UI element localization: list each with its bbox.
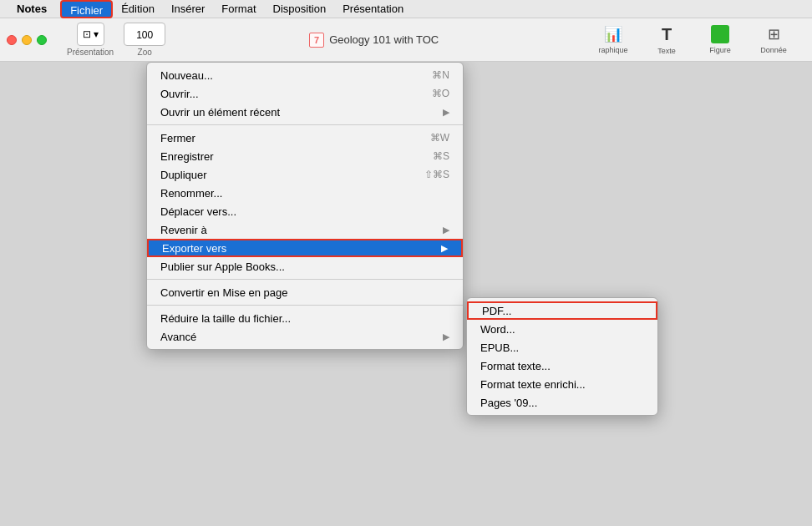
exporter-submenu[interactable]: PDF... Word... EPUB... Format texte... F… bbox=[466, 297, 658, 416]
data-icon: ⊞ bbox=[768, 25, 780, 43]
separator-3 bbox=[147, 305, 463, 306]
text-label: Texte bbox=[657, 47, 676, 55]
doc-title: Geology 101 with TOC bbox=[329, 33, 439, 46]
menu-label-epub: EPUB... bbox=[480, 341, 519, 354]
menu-item-reduire[interactable]: Réduire la taille du fichier... bbox=[147, 309, 463, 327]
arrow-ouvrir-recent: ▶ bbox=[443, 107, 449, 118]
arrow-avance: ▶ bbox=[443, 331, 449, 342]
minimize-button[interactable] bbox=[22, 35, 32, 45]
app-name: Notes bbox=[17, 3, 47, 15]
menu-shortcut-enregistrer: ⌘S bbox=[433, 150, 449, 162]
menu-shortcut-dupliquer: ⇧⌘S bbox=[424, 169, 449, 180]
menu-label-pdf: PDF... bbox=[482, 305, 511, 317]
view-button[interactable]: ⊡ ▾ bbox=[77, 23, 104, 46]
view-button-col: ⊡ ▾ Présentation bbox=[67, 23, 114, 57]
menu-item-ouvrir-recent[interactable]: Ouvrir un élément récent ▶ bbox=[147, 103, 463, 121]
menu-item-format-texte-enrichi[interactable]: Format texte enrichi... bbox=[467, 375, 657, 393]
menu-item-format-texte[interactable]: Format texte... bbox=[467, 357, 657, 375]
menu-label-revenir: Revenir à bbox=[160, 224, 207, 236]
menubar-edition[interactable]: Édition bbox=[113, 0, 163, 18]
figure-button[interactable]: Figure bbox=[695, 21, 745, 59]
data-label: Donnée bbox=[760, 46, 787, 54]
menu-label-deplacer: Déplacer vers... bbox=[160, 205, 236, 218]
close-button[interactable] bbox=[7, 35, 17, 45]
view-icon: ⊡ bbox=[83, 28, 91, 40]
chart-icon: 📊 bbox=[604, 25, 622, 43]
separator-1 bbox=[147, 124, 463, 125]
menu-label-nouveau: Nouveau... bbox=[160, 69, 213, 82]
menu-label-publier: Publier sur Apple Books... bbox=[160, 260, 285, 273]
menu-item-nouveau[interactable]: Nouveau... ⌘N bbox=[147, 66, 463, 84]
menu-item-ouvrir[interactable]: Ouvrir... ⌘O bbox=[147, 84, 463, 103]
menubar-format[interactable]: Format bbox=[213, 0, 264, 18]
menu-label-reduire: Réduire la taille du fichier... bbox=[160, 312, 291, 325]
main-content: Nouveau... ⌘N Ouvrir... ⌘O Ouvrir un élé… bbox=[0, 62, 812, 526]
menubar-fichier[interactable]: Fichier bbox=[60, 0, 113, 18]
menu-label-word: Word... bbox=[480, 323, 515, 336]
menu-label-fermer: Fermer bbox=[160, 132, 195, 144]
figure-label: Figure bbox=[709, 46, 731, 54]
zoom-col: 100 Zoo bbox=[124, 23, 165, 57]
menu-item-convertir[interactable]: Convertir en Mise en page bbox=[147, 283, 463, 301]
menu-item-avance[interactable]: Avancé ▶ bbox=[147, 327, 463, 346]
menu-item-word[interactable]: Word... bbox=[467, 320, 657, 338]
menu-item-exporter[interactable]: Exporter vers ▶ bbox=[147, 239, 463, 257]
chart-button[interactable]: 📊 raphique bbox=[588, 21, 638, 59]
menubar-presentation[interactable]: Présentation bbox=[334, 0, 412, 18]
menu-label-ouvrir-recent: Ouvrir un élément récent bbox=[160, 106, 280, 119]
menu-label-avance: Avancé bbox=[160, 331, 196, 343]
traffic-lights bbox=[7, 35, 47, 45]
separator-2 bbox=[147, 279, 463, 280]
menu-label-exporter: Exporter vers bbox=[162, 242, 226, 255]
menu-label-dupliquer: Dupliquer bbox=[160, 169, 207, 181]
view-label: Présentation bbox=[67, 48, 114, 57]
doc-icon: 7 bbox=[309, 33, 324, 48]
menu-label-format-texte: Format texte... bbox=[480, 360, 551, 372]
maximize-button[interactable] bbox=[37, 35, 47, 45]
menu-item-revenir[interactable]: Revenir à ▶ bbox=[147, 220, 463, 239]
figure-icon bbox=[711, 25, 729, 43]
zoom-value[interactable]: 100 bbox=[124, 23, 165, 46]
text-button[interactable]: T Texte bbox=[642, 21, 692, 59]
arrow-revenir: ▶ bbox=[443, 225, 449, 235]
menu-item-publier[interactable]: Publier sur Apple Books... bbox=[147, 257, 463, 276]
menu-label-format-texte-enrichi: Format texte enrichi... bbox=[480, 378, 586, 391]
chart-label: raphique bbox=[598, 46, 627, 54]
menu-item-pages09[interactable]: Pages '09... bbox=[467, 393, 657, 412]
zoom-label: Zoo bbox=[138, 48, 152, 57]
menu-item-renommer[interactable]: Renommer... bbox=[147, 184, 463, 202]
menu-item-pdf[interactable]: PDF... bbox=[467, 301, 657, 320]
combined-toolbar: ⊡ ▾ Présentation 100 Zoo 7 Geology 101 w… bbox=[0, 18, 812, 62]
chevron-down-icon: ▾ bbox=[94, 28, 99, 40]
arrow-exporter: ▶ bbox=[441, 243, 448, 254]
menu-item-dupliquer[interactable]: Dupliquer ⇧⌘S bbox=[147, 165, 463, 184]
menubar: Notes Fichier Édition Insérer Format Dis… bbox=[0, 0, 812, 18]
menu-label-convertir: Convertir en Mise en page bbox=[160, 286, 287, 299]
menubar-inserer[interactable]: Insérer bbox=[163, 0, 213, 18]
menubar-disposition[interactable]: Disposition bbox=[265, 0, 335, 18]
text-icon: T bbox=[662, 25, 672, 44]
menu-label-renommer: Renommer... bbox=[160, 187, 222, 200]
menu-shortcut-nouveau: ⌘N bbox=[432, 69, 449, 81]
menu-item-epub[interactable]: EPUB... bbox=[467, 338, 657, 357]
fichier-menu[interactable]: Nouveau... ⌘N Ouvrir... ⌘O Ouvrir un élé… bbox=[146, 62, 464, 350]
dropdown-overlay: Nouveau... ⌘N Ouvrir... ⌘O Ouvrir un élé… bbox=[0, 62, 812, 526]
menu-shortcut-fermer: ⌘W bbox=[430, 132, 449, 144]
menu-item-deplacer[interactable]: Déplacer vers... bbox=[147, 202, 463, 220]
menu-label-pages09: Pages '09... bbox=[480, 397, 537, 409]
menu-label-ouvrir: Ouvrir... bbox=[160, 88, 199, 100]
menu-label-enregistrer: Enregistrer bbox=[160, 150, 214, 163]
menu-shortcut-ouvrir: ⌘O bbox=[432, 88, 449, 99]
menu-item-fermer[interactable]: Fermer ⌘W bbox=[147, 129, 463, 147]
data-button[interactable]: ⊞ Donnée bbox=[749, 21, 799, 59]
menu-item-enregistrer[interactable]: Enregistrer ⌘S bbox=[147, 147, 463, 165]
